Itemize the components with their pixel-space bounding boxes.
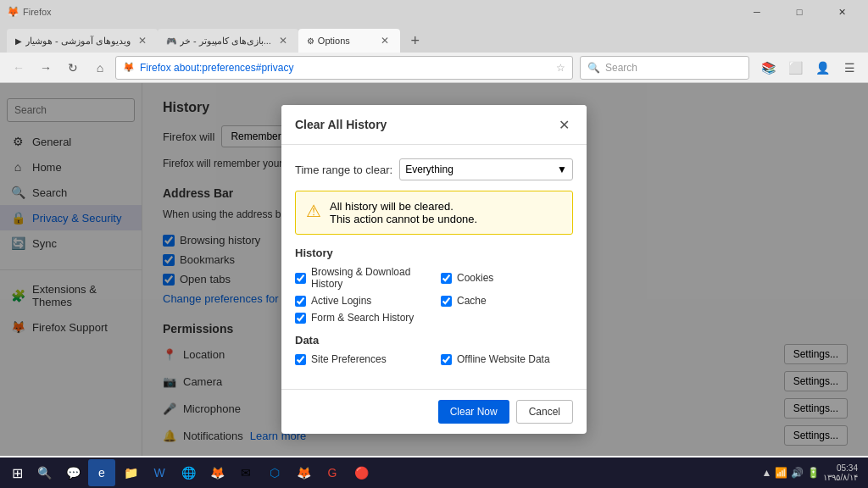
form-search-label: Form & Search History [311,312,414,324]
modal-title: Clear All History [295,118,387,131]
tab-1[interactable]: 🎮 بازی‌های کامپیوتر - خر... ✕ [158,29,298,53]
taskbar: ⊞ 🔍 💬 e 📁 W 🌐 🦊 ✉ ⬡ 🦊 G 🔴 ▲ 📶 🔊 🔋 05:34 … [0,458,868,488]
back-button[interactable]: ← [7,56,31,80]
browsing-download-checkbox[interactable] [295,273,306,284]
home-button[interactable]: ⌂ [88,56,112,80]
taskbar-google-icon[interactable]: G [319,459,346,486]
warning-line-1: All history will be cleared. [330,200,477,213]
data-item-0: Site Preferences [295,353,427,365]
library-icon[interactable]: 📚 [756,56,780,80]
browser-window: 🦊 Firefox ─ □ ✕ ▶ ویدیوهای آموزشی - هوشی… [0,0,868,83]
time-range-select[interactable]: Everything ▼ [399,158,573,180]
tab-2[interactable]: ⚙ Options ✕ [298,29,400,53]
site-preferences-label: Site Preferences [311,353,387,365]
active-logins-checkbox[interactable] [295,296,306,307]
active-logins-label: Active Logins [311,295,371,307]
warning-box: ⚠ All history will be cleared. This acti… [295,191,573,235]
taskbar-search-icon[interactable]: 🔍 [31,459,58,486]
forward-button[interactable]: → [34,56,58,80]
cookies-checkbox[interactable] [441,273,452,284]
offline-website-checkbox[interactable] [441,354,452,365]
taskbar-firefox-icon[interactable]: 🦊 [203,459,231,486]
maximize-button[interactable]: □ [780,0,819,24]
tab-0[interactable]: ▶ ویدیوهای آموزشی - هوشیار ✕ [7,29,158,53]
form-search-checkbox[interactable] [295,313,306,324]
tray-time: 05:34 ۱۳۹۵/۸/۱۴ [823,463,858,482]
taskbar-file-icon[interactable]: 📁 [117,459,144,486]
reload-button[interactable]: ↻ [61,56,85,80]
tray-network-icon: 📶 [775,467,787,479]
start-button[interactable]: ⊞ [3,459,31,486]
taskbar-cortana-icon[interactable]: 💬 [59,459,86,486]
tab-bar: ▶ ویدیوهای آموزشی - هوشیار ✕ 🎮 بازی‌های … [0,24,868,53]
taskbar-red-icon[interactable]: 🔴 [348,459,375,486]
browsing-download-label: Browsing & Download History [311,266,427,290]
address-icon: 🦊 [123,62,135,73]
offline-website-label: Offline Website Data [457,353,550,365]
tab-0-favicon: ▶ [15,36,22,46]
search-placeholder: Search [605,62,637,74]
clear-history-modal: Clear All History ✕ Time range to clear:… [281,105,587,434]
time-range-label: Time range to clear: [295,164,392,176]
history-item-2: Active Logins [295,295,427,307]
tab-2-title: Options [318,36,373,46]
title-bar: 🦊 Firefox ─ □ ✕ [0,0,868,24]
taskbar-tray: ▲ 📶 🔊 🔋 05:34 ۱۳۹۵/۸/۱۴ [762,463,865,482]
tray-date: ۱۳۹۵/۸/۱۴ [823,473,858,482]
modal-header: Clear All History ✕ [281,105,587,145]
modal-data-section-title: Data [295,334,573,347]
tab-2-close[interactable]: ✕ [378,34,392,47]
search-bar[interactable]: 🔍 Search [580,56,749,80]
cookies-label: Cookies [457,272,493,284]
clear-now-button[interactable]: Clear Now [438,400,509,424]
profile-icon[interactable]: 👤 [810,56,834,80]
address-text: Firefox about:preferences#privacy [140,62,556,74]
cache-checkbox[interactable] [441,296,452,307]
menu-icon[interactable]: ☰ [837,56,861,80]
time-range-row: Time range to clear: Everything ▼ [295,158,573,180]
warning-triangle-icon: ⚠ [306,201,321,221]
browser-name: Firefox [23,7,52,17]
window-controls: ─ □ ✕ [737,0,861,24]
tab-0-title: ویدیوهای آموزشی - هوشیار [25,36,131,47]
taskbar-vscode-icon[interactable]: ⬡ [261,459,288,486]
new-tab-button[interactable]: + [403,29,427,53]
bookmark-star-icon[interactable]: ☆ [556,62,565,74]
tab-1-favicon: 🎮 [166,36,176,46]
modal-footer: Clear Now Cancel [281,389,587,434]
time-range-value: Everything [405,164,453,175]
tab-2-favicon: ⚙ [307,36,314,46]
tray-clock: 05:34 [823,463,858,473]
warning-text: All history will be cleared. This action… [330,200,477,225]
cancel-button[interactable]: Cancel [516,400,573,424]
warning-line-2: This action cannot be undone. [330,213,477,225]
site-preferences-checkbox[interactable] [295,354,306,365]
tab-0-close[interactable]: ✕ [136,34,149,47]
modal-overlay: Clear All History ✕ Time range to clear:… [0,83,868,456]
nav-bar: ← → ↻ ⌂ 🦊 Firefox about:preferences#priv… [0,53,868,83]
data-checkboxes: Site Preferences Offline Website Data [295,353,573,365]
data-item-1: Offline Website Data [441,353,573,365]
taskbar-edge-icon[interactable]: e [88,459,115,486]
address-bar[interactable]: 🦊 Firefox about:preferences#privacy ☆ [115,56,573,80]
minimize-button[interactable]: ─ [737,0,776,24]
history-checkboxes: Browsing & Download History Cookies Acti… [295,266,573,324]
tray-up-arrow-icon: ▲ [762,467,772,479]
taskbar-email-icon[interactable]: ✉ [232,459,259,486]
taskbar-word-icon[interactable]: W [146,459,173,486]
tab-1-close[interactable]: ✕ [276,34,290,47]
time-range-chevron-icon: ▼ [557,164,567,175]
taskbar-icons: 🔍 💬 e 📁 W 🌐 🦊 ✉ ⬡ 🦊 G 🔴 [31,459,375,486]
taskbar-ff-open-icon[interactable]: 🦊 [290,459,317,486]
cache-label: Cache [457,295,487,307]
history-item-3: Cache [441,295,573,307]
tray-volume-icon: 🔊 [791,467,804,479]
history-item-1: Cookies [441,266,573,290]
history-item-4: Form & Search History [295,312,427,324]
toolbar-icons: 📚 ⬜ 👤 ☰ [756,56,861,80]
tab-1-title: بازی‌های کامپیوتر - خر... [180,36,271,47]
taskbar-chrome-icon[interactable]: 🌐 [175,459,202,486]
close-button[interactable]: ✕ [822,0,861,24]
tabs-icon[interactable]: ⬜ [783,56,807,80]
modal-close-button[interactable]: ✕ [554,115,573,134]
